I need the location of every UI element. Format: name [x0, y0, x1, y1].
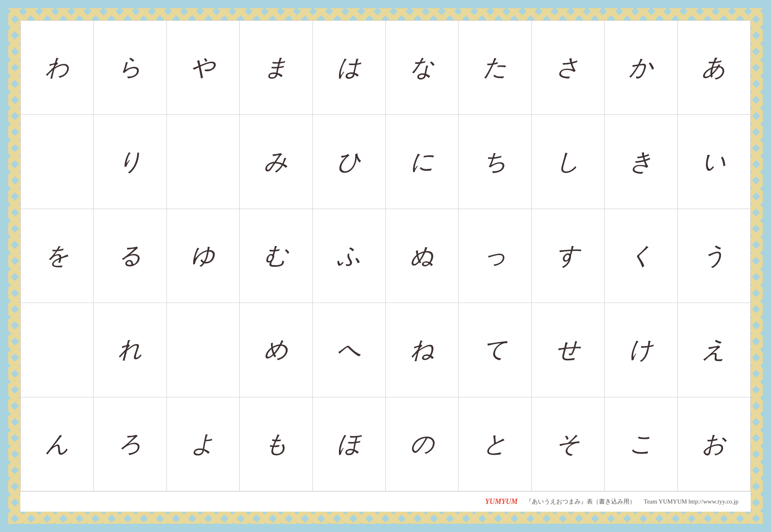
hiragana-char: ん: [45, 432, 69, 456]
hiragana-grid: わらやまはなたさかありみひにちしきいをるゆむふぬっすくうれめへねてせけえんろよも…: [20, 20, 751, 491]
grid-cell: ひ: [313, 115, 386, 209]
grid-cell: わ: [21, 21, 94, 115]
hiragana-char: い: [702, 150, 726, 174]
grid-cell: [21, 303, 94, 397]
grid-cell: ん: [21, 397, 94, 491]
grid-cell: あ: [678, 21, 751, 115]
inner-card: わらやまはなたさかありみひにちしきいをるゆむふぬっすくうれめへねてせけえんろよも…: [20, 20, 751, 512]
hiragana-char: ら: [118, 56, 142, 79]
hiragana-char: よ: [191, 432, 215, 456]
grid-cell: ぬ: [386, 209, 459, 303]
grid-cell: ふ: [313, 209, 386, 303]
hiragana-char: わ: [45, 56, 69, 79]
grid-cell: ね: [386, 303, 459, 397]
outer-border: わらやまはなたさかありみひにちしきいをるゆむふぬっすくうれめへねてせけえんろよも…: [8, 8, 763, 524]
grid-cell: ゆ: [167, 209, 240, 303]
grid-cell: け: [605, 303, 677, 397]
grid-cell: し: [532, 115, 605, 209]
hiragana-char: さ: [556, 56, 580, 79]
hiragana-char: ぬ: [410, 244, 434, 268]
hiragana-char: す: [556, 244, 580, 268]
grid-cell: そ: [532, 397, 605, 491]
grid-cell: っ: [459, 209, 531, 303]
hiragana-char: な: [410, 56, 434, 79]
hiragana-char: と: [483, 432, 507, 456]
grid-cell: な: [386, 21, 459, 115]
grid-cell: ろ: [94, 397, 166, 491]
hiragana-char: た: [483, 56, 507, 79]
grid-cell: へ: [313, 303, 386, 397]
grid-cell: か: [605, 21, 677, 115]
hiragana-char: み: [264, 150, 288, 174]
grid-cell: ほ: [313, 397, 386, 491]
footer-url: Team YUMYUM http://www.tyy.co.jp: [644, 498, 738, 505]
hiragana-char: り: [118, 150, 142, 174]
footer-description: 『あいうえおつまみ』表（書き込み用）: [526, 498, 636, 506]
hiragana-char: く: [629, 244, 653, 268]
hiragana-char: も: [264, 432, 288, 456]
grid-cell: [21, 115, 94, 209]
grid-cell: ら: [94, 21, 166, 115]
hiragana-char: ゆ: [191, 244, 215, 268]
grid-cell: ま: [240, 21, 312, 115]
grid-cell: さ: [532, 21, 605, 115]
grid-cell: は: [313, 21, 386, 115]
hiragana-char: え: [702, 338, 726, 362]
hiragana-char: ま: [264, 56, 288, 79]
hiragana-char: ふ: [337, 244, 361, 268]
hiragana-char: ろ: [118, 432, 142, 456]
hiragana-char: る: [118, 244, 142, 268]
hiragana-char: の: [410, 432, 434, 456]
grid-cell: て: [459, 303, 531, 397]
grid-cell: も: [240, 397, 312, 491]
grid-cell: こ: [605, 397, 677, 491]
hiragana-char: け: [629, 338, 653, 362]
hiragana-char: に: [410, 150, 434, 174]
grid-cell: り: [94, 115, 166, 209]
grid-cell: と: [459, 397, 531, 491]
hiragana-char: は: [337, 56, 361, 79]
grid-cell: [167, 303, 240, 397]
grid-cell: や: [167, 21, 240, 115]
grid-cell: い: [678, 115, 751, 209]
hiragana-char: や: [191, 56, 215, 79]
hiragana-char: し: [556, 150, 580, 174]
grid-cell: す: [532, 209, 605, 303]
grid-cell: み: [240, 115, 312, 209]
grid-cell: お: [678, 397, 751, 491]
hiragana-char: こ: [629, 432, 653, 456]
hiragana-char: ね: [410, 338, 434, 362]
footer: YUMYUM 『あいうえおつまみ』表（書き込み用） Team YUMYUM ht…: [20, 491, 751, 512]
grid-cell: る: [94, 209, 166, 303]
hiragana-char: を: [45, 244, 69, 268]
hiragana-char: き: [629, 150, 653, 174]
grid-cell: よ: [167, 397, 240, 491]
hiragana-char: む: [264, 244, 288, 268]
hiragana-char: て: [483, 338, 507, 362]
grid-cell: ち: [459, 115, 531, 209]
hiragana-char: へ: [337, 338, 361, 362]
grid-cell: せ: [532, 303, 605, 397]
hiragana-char: お: [702, 432, 726, 456]
grid-cell: の: [386, 397, 459, 491]
hiragana-char: っ: [483, 244, 507, 268]
hiragana-char: め: [264, 338, 288, 362]
grid-cell: き: [605, 115, 677, 209]
hiragana-char: そ: [556, 432, 580, 456]
hiragana-char: あ: [702, 56, 726, 79]
grid-cell: を: [21, 209, 94, 303]
brand-name: YUMYUM: [485, 497, 518, 506]
grid-cell: [167, 115, 240, 209]
hiragana-char: ほ: [337, 432, 361, 456]
grid-cell: れ: [94, 303, 166, 397]
grid-cell: む: [240, 209, 312, 303]
hiragana-char: ひ: [337, 150, 361, 174]
hiragana-char: ち: [483, 150, 507, 174]
grid-cell: え: [678, 303, 751, 397]
hiragana-char: か: [629, 56, 653, 79]
grid-cell: う: [678, 209, 751, 303]
grid-cell: た: [459, 21, 531, 115]
hiragana-char: せ: [556, 338, 580, 362]
hiragana-char: れ: [118, 338, 142, 362]
hiragana-char: う: [702, 244, 726, 268]
